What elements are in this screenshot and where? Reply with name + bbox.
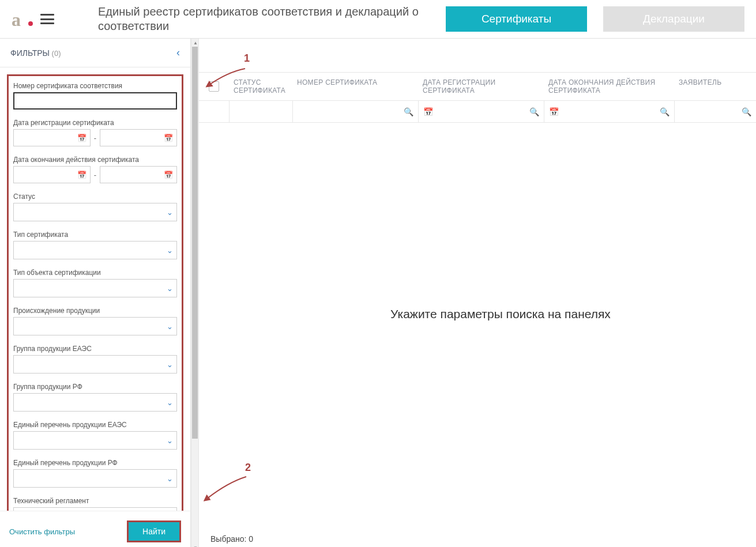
- label-group-eaes: Группа продукции ЕАЭС: [13, 345, 177, 353]
- col-applicant: ЗАЯВИТЕЛЬ: [674, 73, 756, 100]
- select-origin[interactable]: ⌄: [13, 317, 177, 335]
- label-list-eaes: Единый перечень продукции ЕАЭС: [13, 421, 177, 429]
- select-list-rf[interactable]: ⌄: [13, 469, 177, 488]
- find-button[interactable]: Найти: [127, 520, 181, 542]
- fcell-status[interactable]: [229, 101, 292, 122]
- filters-annotation-box: Номер сертификата соответствия Дата реги…: [7, 74, 183, 511]
- input-reg-date-to[interactable]: 📅: [100, 129, 177, 146]
- date-sep: -: [94, 134, 96, 142]
- calendar-icon: 📅: [77, 134, 86, 142]
- collapse-icon[interactable]: ‹: [176, 47, 180, 59]
- filter-obj-type: Тип объекта сертификации ⌄: [13, 269, 177, 297]
- chevron-down-icon: ⌄: [167, 284, 173, 293]
- filter-end-date: Дата окончания действия сертификата 📅 - …: [13, 156, 177, 183]
- chevron-down-icon: ⌄: [167, 474, 173, 483]
- logo-area: a: [12, 9, 75, 29]
- calendar-icon: 📅: [164, 134, 173, 142]
- label-list-rf: Единый перечень продукции РФ: [13, 459, 177, 467]
- label-group-rf: Группа продукции РФ: [13, 383, 177, 391]
- table-header: СТАТУС СЕРТИФИКАТА НОМЕР СЕРТИФИКАТА ДАТ…: [199, 73, 756, 101]
- select-tech-reg[interactable]: ⌄: [13, 507, 177, 511]
- selected-label: Выбрано:: [210, 534, 246, 544]
- col-end-date: ДАТА ОКОНЧАНИЯ ДЕЙСТВИЯ СЕРТИФИКАТА: [544, 73, 674, 100]
- scrollbar-thumb[interactable]: [192, 47, 198, 439]
- label-obj-type: Тип объекта сертификации: [13, 269, 177, 277]
- logo-icon: a: [12, 9, 32, 29]
- filter-list-rf: Единый перечень продукции РФ ⌄: [13, 459, 177, 488]
- filter-status: Статус ⌄: [13, 193, 177, 221]
- filter-group-rf: Группа продукции РФ ⌄: [13, 383, 177, 412]
- filter-cert-type: Тип сертификата ⌄: [13, 231, 177, 259]
- search-icon: 🔍: [529, 107, 539, 116]
- filter-reg-date: Дата регистрации сертификата 📅 - 📅: [13, 119, 177, 146]
- scroll-down-icon[interactable]: ▼: [191, 544, 200, 547]
- calendar-icon: 📅: [77, 171, 86, 179]
- select-list-eaes[interactable]: ⌄: [13, 431, 177, 450]
- chevron-down-icon: ⌄: [167, 322, 173, 331]
- calendar-icon: 📅: [423, 107, 433, 116]
- select-status[interactable]: ⌄: [13, 203, 177, 221]
- main-area: 1 2 СТАТУС СЕРТИФИКАТА НОМЕР СЕРТИФИКАТА…: [199, 39, 756, 547]
- search-icon: 🔍: [660, 107, 670, 116]
- scroll-up-icon[interactable]: ▲: [191, 39, 200, 47]
- empty-message: Укажите параметры поиска на панелях: [199, 307, 756, 321]
- table-filter-row: 🔍 📅🔍 📅🔍 🔍: [199, 101, 756, 123]
- hamburger-menu-icon[interactable]: [40, 14, 54, 24]
- filter-group-eaes: Группа продукции ЕАЭС ⌄: [13, 345, 177, 374]
- select-all-checkbox[interactable]: [209, 81, 219, 92]
- label-end-date: Дата окончания действия сертификата: [13, 156, 177, 164]
- fcell-end[interactable]: 📅🔍: [544, 101, 674, 122]
- col-checkbox: [199, 73, 229, 100]
- fcell-reg[interactable]: 📅🔍: [418, 101, 544, 122]
- select-group-rf[interactable]: ⌄: [13, 393, 177, 412]
- label-cert-type: Тип сертификата: [13, 231, 177, 239]
- filters-body: Номер сертификата соответствия Дата реги…: [0, 67, 190, 511]
- chevron-down-icon: ⌄: [167, 208, 173, 217]
- filters-header: ФИЛЬТРЫ (0) ‹: [0, 39, 190, 67]
- page-title: Единый реестр сертификатов соответствия …: [98, 5, 446, 33]
- filters-footer: Очистить фильтры Найти: [0, 511, 190, 547]
- sidebar-scrollbar[interactable]: ▲ ▼: [191, 39, 199, 547]
- label-reg-date: Дата регистрации сертификата: [13, 119, 177, 127]
- fcell-number[interactable]: 🔍: [292, 101, 418, 122]
- clear-filters-link[interactable]: Очистить фильтры: [9, 527, 75, 536]
- fcell-check: [199, 101, 229, 122]
- tab-certificates[interactable]: Сертификаты: [446, 6, 587, 32]
- header: a Единый реестр сертификатов соответстви…: [0, 0, 756, 39]
- filters-title: ФИЛЬТРЫ: [10, 48, 50, 58]
- col-status: СТАТУС СЕРТИФИКАТА: [229, 73, 292, 100]
- search-icon: 🔍: [742, 107, 751, 116]
- label-status: Статус: [13, 193, 177, 201]
- input-end-date-to[interactable]: 📅: [100, 166, 177, 183]
- arrow-2-icon: [204, 471, 249, 504]
- fcell-applicant[interactable]: 🔍: [674, 101, 756, 122]
- chevron-down-icon: ⌄: [167, 360, 173, 369]
- col-number: НОМЕР СЕРТИФИКАТА: [292, 73, 418, 100]
- filters-count: (0): [52, 49, 61, 58]
- label-tech-reg: Технический регламент: [13, 497, 177, 505]
- filter-tech-reg: Технический регламент ⌄: [13, 497, 177, 511]
- select-group-eaes[interactable]: ⌄: [13, 355, 177, 374]
- table: СТАТУС СЕРТИФИКАТА НОМЕР СЕРТИФИКАТА ДАТ…: [199, 72, 756, 123]
- select-obj-type[interactable]: ⌄: [13, 279, 177, 297]
- annotation-1: 1: [244, 52, 250, 65]
- filters-title-wrap: ФИЛЬТРЫ (0): [10, 48, 61, 58]
- selected-count: 0: [249, 534, 253, 544]
- filter-origin: Происхождение продукции ⌄: [13, 307, 177, 335]
- filters-sidebar: ФИЛЬТРЫ (0) ‹ Номер сертификата соответс…: [0, 39, 191, 547]
- select-cert-type[interactable]: ⌄: [13, 241, 177, 259]
- tab-declarations[interactable]: Декларации: [603, 6, 744, 32]
- date-sep: -: [94, 171, 96, 179]
- input-reg-date-from[interactable]: 📅: [13, 129, 91, 146]
- chevron-down-icon: ⌄: [167, 246, 173, 255]
- header-tabs: Сертификаты Декларации: [446, 6, 744, 32]
- label-cert-number: Номер сертификата соответствия: [13, 82, 177, 90]
- input-cert-number[interactable]: [13, 92, 177, 110]
- input-end-date-from[interactable]: 📅: [13, 166, 91, 183]
- search-icon: 🔍: [404, 107, 413, 116]
- chevron-down-icon: ⌄: [167, 398, 173, 407]
- calendar-icon: 📅: [549, 107, 559, 116]
- chevron-down-icon: ⌄: [167, 436, 173, 445]
- label-origin: Происхождение продукции: [13, 307, 177, 315]
- annotation-2: 2: [245, 462, 251, 474]
